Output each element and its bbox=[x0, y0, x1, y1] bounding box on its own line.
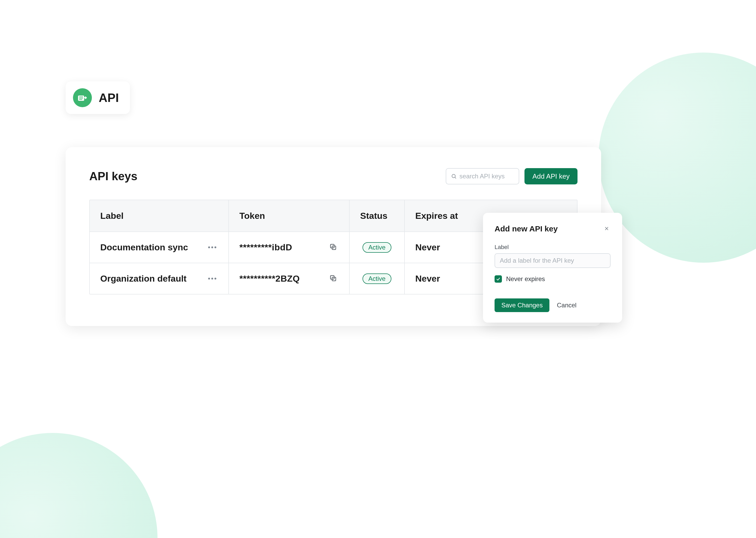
panel-title: API keys bbox=[89, 170, 137, 183]
never-expires-checkbox[interactable] bbox=[495, 275, 502, 283]
row-token: *********ibdD bbox=[239, 242, 292, 252]
label-field-label: Label bbox=[495, 244, 611, 250]
copy-icon bbox=[329, 243, 337, 251]
row-expires: Never bbox=[415, 273, 440, 284]
copy-icon bbox=[329, 274, 337, 282]
add-api-key-modal: Add new API key Label Never expires Save… bbox=[483, 213, 622, 323]
search-wrap bbox=[446, 168, 519, 185]
cell-status: Active bbox=[350, 232, 405, 263]
cell-label: Documentation sync bbox=[90, 232, 229, 263]
modal-header: Add new API key bbox=[495, 224, 611, 233]
panel-header: API keys Add API key bbox=[89, 168, 578, 185]
cell-status: Active bbox=[350, 263, 405, 294]
check-icon bbox=[496, 277, 500, 281]
search-icon bbox=[451, 173, 457, 179]
modal-title: Add new API key bbox=[495, 224, 558, 233]
copy-token-button[interactable] bbox=[328, 273, 339, 285]
row-more-button[interactable] bbox=[207, 245, 218, 250]
close-icon bbox=[604, 226, 609, 232]
decorative-circle-top bbox=[598, 53, 756, 263]
search-input[interactable] bbox=[459, 173, 514, 180]
row-expires: Never bbox=[415, 242, 440, 252]
row-more-button[interactable] bbox=[207, 276, 218, 281]
label-input[interactable] bbox=[495, 253, 611, 268]
col-label: Label bbox=[90, 200, 229, 232]
copy-token-button[interactable] bbox=[328, 242, 339, 253]
col-token: Token bbox=[229, 200, 350, 232]
row-label: Organization default bbox=[100, 273, 187, 284]
save-changes-button[interactable]: Save Changes bbox=[495, 298, 549, 312]
svg-point-1 bbox=[452, 175, 455, 178]
modal-close-button[interactable] bbox=[603, 225, 611, 233]
modal-actions: Save Changes Cancel bbox=[495, 298, 611, 312]
cancel-button[interactable]: Cancel bbox=[557, 301, 577, 309]
decorative-circle-bottom bbox=[0, 433, 158, 538]
col-status: Status bbox=[350, 200, 405, 232]
cell-token: *********ibdD bbox=[229, 232, 350, 263]
panel-actions: Add API key bbox=[446, 168, 578, 185]
never-expires-row: Never expires bbox=[495, 275, 611, 283]
status-badge: Active bbox=[362, 273, 391, 284]
api-badge-card: API bbox=[66, 81, 130, 114]
never-expires-label: Never expires bbox=[506, 275, 545, 283]
cell-token: **********2BZQ bbox=[229, 263, 350, 294]
api-icon bbox=[73, 88, 92, 107]
cell-label: Organization default bbox=[90, 263, 229, 294]
row-label: Documentation sync bbox=[100, 242, 188, 252]
add-api-key-button[interactable]: Add API key bbox=[525, 168, 578, 185]
api-badge-title: API bbox=[99, 91, 119, 105]
row-token: **********2BZQ bbox=[239, 273, 300, 284]
status-badge: Active bbox=[362, 242, 391, 253]
